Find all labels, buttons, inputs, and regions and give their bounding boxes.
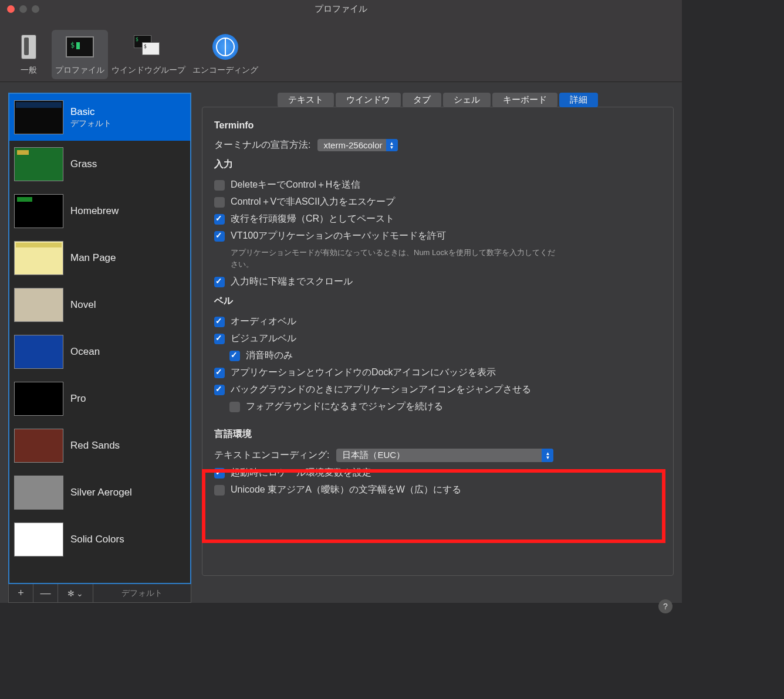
tab-シェル[interactable]: シェル [443,93,491,107]
profile-row[interactable]: Solid Colors [9,516,190,563]
checkbox[interactable] [214,317,225,327]
tab-詳細[interactable]: 詳細 [559,93,598,107]
toolbar-window-groups[interactable]: ウインドウグループ [108,30,189,79]
profile-row[interactable]: Homebrew [9,188,190,235]
gear-icon: ✻ [67,589,75,598]
chevron-down-icon: ⌄ [76,589,83,598]
audio-bell-row[interactable]: オーディオベル [214,315,661,328]
profile-thumbnail [14,335,63,369]
tab-テキスト[interactable]: テキスト [278,93,334,107]
sidebar-actions: + — ✻ ⌄ デフォルト [8,584,191,603]
profile-row[interactable]: Novel [9,281,190,328]
tab-ウインドウ[interactable]: ウインドウ [336,93,401,107]
checkbox[interactable] [214,385,225,395]
profile-thumbnail [14,429,63,463]
checkbox[interactable] [214,231,225,242]
checkbox[interactable] [214,277,225,287]
profile-row[interactable]: Pro [9,375,190,422]
profile-thumbnail [14,382,63,416]
profile-thumbnail [14,194,63,228]
encoding-select[interactable]: 日本語（EUC） ▲▼ [336,449,553,462]
locale-heading: 言語環境 [214,428,661,440]
profile-row[interactable]: Ocean [9,328,190,375]
profile-thumbnail [14,147,63,181]
profile-row[interactable]: Silver Aerogel [9,469,190,516]
globe-icon [212,34,238,60]
preferences-window: プロファイル 一般 プロファイル ウインドウグループ エンコーディング Basi… [0,0,682,603]
profile-list[interactable]: BasicデフォルトGrassHomebrewMan PageNovelOcea… [8,93,191,584]
checkbox[interactable] [229,402,240,412]
updown-icon: ▲▼ [386,139,398,151]
checkbox[interactable] [214,197,225,208]
profile-name: Red Sands [70,439,120,452]
profile-row[interactable]: Red Sands [9,422,190,469]
bg-bounce-row[interactable]: バックグラウンドのときにアプリケーションアイコンをジャンプさせる [214,384,661,396]
bell-heading: ベル [214,295,661,307]
checkbox[interactable] [214,334,225,344]
terminfo-heading: Terminfo [214,120,661,131]
zoom-icon[interactable] [32,5,39,13]
minimize-icon[interactable] [19,5,27,13]
close-icon[interactable] [7,5,15,13]
paste-cr-row[interactable]: 改行を行頭復帰（CR）としてペースト [214,213,661,225]
encoding-row: テキストエンコーディング: 日本語（EUC） ▲▼ [214,449,661,462]
bounce-fg-row[interactable]: フォアグラウンドになるまでジャンプを続ける [229,401,661,413]
scroll-bottom-row[interactable]: 入力時に下端までスクロール [214,276,661,288]
profile-name: Homebrew [70,205,119,218]
highlight-box [202,469,665,543]
vt100-row[interactable]: VT100アプリケーションのキーパッドモードを許可 [214,230,661,242]
checkbox[interactable] [214,214,225,225]
updown-icon: ▲▼ [542,449,553,462]
profile-name: Ocean [70,345,100,358]
ctrlv-row[interactable]: Control＋Vで非ASCII入力をエスケープ [214,196,661,208]
add-button[interactable]: + [9,584,33,602]
delete-ch-row[interactable]: DeleteキーでControl＋Hを送信 [214,179,661,191]
tab-タブ[interactable]: タブ [403,93,441,107]
mute-only-row[interactable]: 消音時のみ [229,350,661,362]
declare-select[interactable]: xterm-256color ▲▼ [317,139,397,151]
visual-bell-row[interactable]: ビジュアルベル [214,332,661,345]
switch-icon [21,35,36,59]
window-title: プロファイル [0,4,682,15]
profile-name: Solid Colors [70,533,124,546]
profile-subtitle: デフォルト [70,118,111,129]
profile-name: Pro [70,392,86,405]
window-group-icon [134,35,163,59]
window-controls [7,5,39,13]
toolbar-encoding[interactable]: エンコーディング [189,30,262,79]
profile-sidebar: BasicデフォルトGrassHomebrewMan PageNovelOcea… [8,93,191,603]
profile-thumbnail [14,241,63,275]
help-button[interactable]: ? [658,599,673,613]
pref-toolbar: 一般 プロファイル ウインドウグループ エンコーディング [0,18,682,82]
toolbar-profiles[interactable]: プロファイル [52,30,108,79]
dock-badge-row[interactable]: アプリケーションとウインドウのDockアイコンにバッジを表示 [214,367,661,379]
profile-thumbnail [14,522,63,557]
profile-thumbnail [14,288,63,322]
titlebar: プロファイル [0,0,682,18]
terminal-icon [66,36,94,57]
tabbar: テキストウインドウタブシェルキーボード詳細 [202,93,674,107]
checkbox[interactable] [214,368,225,378]
profile-name: Man Page [70,252,116,264]
vt100-hint: アプリケーションモードが有効になっているときは、Num Lockを使用して数字を… [231,247,559,270]
body: BasicデフォルトGrassHomebrewMan PageNovelOcea… [0,82,682,603]
checkbox[interactable] [214,180,225,191]
tab-キーボード[interactable]: キーボード [492,93,557,107]
profile-name: Silver Aerogel [70,486,132,499]
profile-name: Novel [70,298,96,311]
profile-thumbnail [14,100,63,134]
profile-thumbnail [14,476,63,510]
checkbox[interactable] [229,351,240,361]
content: テキストウインドウタブシェルキーボード詳細 Terminfo ターミナルの宣言方… [202,93,674,603]
declare-row: ターミナルの宣言方法: xterm-256color ▲▼ [214,139,661,151]
profile-row[interactable]: Basicデフォルト [9,94,190,141]
action-menu-button[interactable]: ✻ ⌄ [58,584,93,602]
profile-name: Basic [70,106,111,118]
remove-button[interactable]: — [33,584,58,602]
profile-row[interactable]: Man Page [9,235,190,281]
profile-row[interactable]: Grass [9,141,190,188]
toolbar-general[interactable]: 一般 [6,30,52,79]
declare-label: ターミナルの宣言方法: [214,139,310,151]
default-button[interactable]: デフォルト [93,584,191,602]
profile-name: Grass [70,158,97,171]
